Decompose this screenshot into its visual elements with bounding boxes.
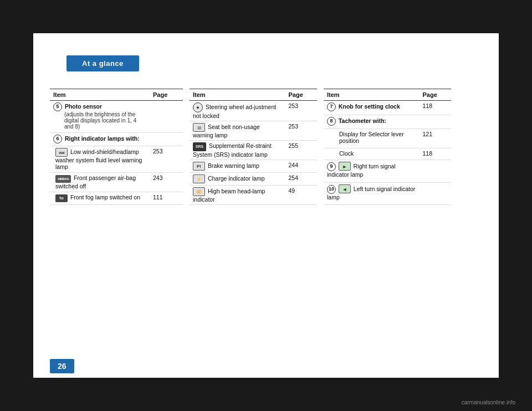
- item-number: 10: [327, 185, 336, 194]
- page-cell: 121: [420, 129, 452, 148]
- table-row: 5 Photo sensor (adjusts the brightness o…: [50, 101, 183, 133]
- page-cell: [420, 160, 452, 182]
- tables-container: Item Page 5 Photo sensor (adjusts the br…: [50, 89, 482, 205]
- item-label: Steering wheel ad-justment not locked: [193, 104, 276, 119]
- section-header: At a glance: [66, 55, 139, 71]
- item-cell: WW Low wind-shield/headlamp washer syste…: [50, 146, 150, 173]
- item-label: Knob for setting clock: [339, 103, 400, 110]
- table-row: 10 ◄ Left turn signal indicator lamp: [324, 182, 451, 204]
- item-label: Tachometer with:: [339, 117, 386, 124]
- page-cell: 253: [285, 101, 318, 121]
- item-cell: 10 ◄ Left turn signal indicator lamp: [324, 182, 420, 204]
- table1-col-page: Page: [150, 89, 183, 101]
- table-3: Item Page 7 Knob for setting clock 118 8…: [324, 89, 451, 205]
- page-cell: 243: [150, 173, 183, 192]
- table2-col-page: Page: [285, 89, 318, 101]
- page-cell: 244: [285, 160, 318, 173]
- highbeam-icon: 🔆: [193, 187, 205, 196]
- page-cell: [150, 132, 183, 146]
- page-cell: 253: [285, 121, 318, 141]
- item-cell: ⚌ Seat belt non-usage warning lamp: [190, 121, 285, 141]
- item-label: Clock: [339, 150, 354, 157]
- table-row: SRS Supplemental Re-straint System (SRS)…: [190, 141, 317, 160]
- table-1: Item Page 5 Photo sensor (adjusts the br…: [50, 89, 183, 205]
- item-cell: fo Front fog lamp switched on: [50, 192, 150, 205]
- item-cell: ⚡ Charge indicator lamp: [190, 173, 285, 186]
- table-row: AIRBAG Front passenger air-bag switched …: [50, 173, 183, 192]
- item-label: Right turn signal indicator lamp: [327, 163, 396, 178]
- item-cell: 8 Tachometer with:: [324, 115, 420, 129]
- item-cell: SRS Supplemental Re-straint System (SRS)…: [190, 141, 285, 160]
- steering-icon: ●: [193, 102, 203, 112]
- item-cell: AIRBAG Front passenger air-bag switched …: [50, 173, 150, 192]
- page-cell: 253: [150, 146, 183, 173]
- white-content-area: [33, 33, 499, 378]
- fog-icon: fo: [55, 194, 68, 202]
- table-row: Clock 118: [324, 148, 451, 160]
- page-cell: [420, 182, 452, 204]
- item-label: Photo sensor: [65, 103, 102, 110]
- item-cell: 7 Knob for setting clock: [324, 101, 420, 115]
- right-signal-icon: ►: [339, 162, 351, 171]
- table-row: 8 Tachometer with:: [324, 115, 451, 129]
- table-2: Item Page ● Steering wheel ad-justment n…: [190, 89, 317, 205]
- seatbelt-icon: ⚌: [193, 123, 205, 132]
- table-row: 6 Right indicator lamps with:: [50, 132, 183, 146]
- item-cell: 6 Right indicator lamps with:: [50, 132, 150, 146]
- item-label: Charge indicator lamp: [208, 175, 265, 182]
- srs-icon: SRS: [193, 142, 206, 151]
- item-number: 9: [327, 162, 336, 171]
- item-number: 8: [327, 117, 336, 126]
- item-label: Display for Selector lever position: [339, 131, 404, 144]
- watermark: carmanualsonline.info: [462, 399, 515, 405]
- item-cell: 5 Photo sensor (adjusts the brightness o…: [50, 101, 150, 133]
- page-number: 26: [50, 359, 74, 373]
- table-row: fo Front fog lamp switched on 111: [50, 192, 183, 205]
- table3-col-item: Item: [324, 89, 420, 101]
- item-cell: 9 ► Right turn signal indicator lamp: [324, 160, 420, 182]
- item-sub: (adjusts the brightness of the digital d…: [53, 111, 146, 130]
- table1-col-item: Item: [50, 89, 150, 101]
- table-row: 9 ► Right turn signal indicator lamp: [324, 160, 451, 182]
- table3-col-page: Page: [420, 89, 452, 101]
- item-label: Front fog lamp switched on: [70, 194, 140, 201]
- page-cell: 118: [420, 101, 452, 115]
- left-signal-icon: ◄: [339, 184, 351, 193]
- item-label: Brake warning lamp: [208, 162, 259, 169]
- charge-icon: ⚡: [193, 174, 205, 183]
- item-number: 5: [53, 102, 62, 111]
- item-cell: P! Brake warning lamp: [190, 160, 285, 173]
- item-number: 7: [327, 102, 336, 111]
- page-cell: 111: [150, 192, 183, 205]
- item-cell: 🔆 High beam head-lamp indicator: [190, 186, 285, 205]
- ww-icon: WW: [55, 148, 68, 157]
- table-row: Display for Selector lever position 121: [324, 129, 451, 148]
- table-row: ● Steering wheel ad-justment not locked …: [190, 101, 317, 121]
- page-cell: 118: [420, 148, 452, 160]
- table-row: 🔆 High beam head-lamp indicator 49: [190, 186, 317, 205]
- header-title: At a glance: [82, 59, 124, 68]
- page-cell: 49: [285, 186, 318, 205]
- page-cell: 254: [285, 173, 318, 186]
- table2-col-item: Item: [190, 89, 285, 101]
- page-cell: 255: [285, 141, 318, 160]
- brake-icon: P!: [193, 162, 205, 171]
- item-cell: ● Steering wheel ad-justment not locked: [190, 101, 285, 121]
- table-row: WW Low wind-shield/headlamp washer syste…: [50, 146, 183, 173]
- item-cell: Clock: [324, 148, 420, 160]
- item-label: Low wind-shield/headlamp washer system f…: [55, 148, 142, 170]
- item-number: 6: [53, 135, 62, 143]
- item-label: Right indicator lamps with:: [65, 135, 140, 142]
- table-row: 7 Knob for setting clock 118: [324, 101, 451, 115]
- page-cell: [420, 115, 452, 129]
- page-cell: [150, 101, 183, 133]
- airbag-icon: AIRBAG: [55, 175, 71, 183]
- table-row: ⚡ Charge indicator lamp 254: [190, 173, 317, 186]
- item-cell: Display for Selector lever position: [324, 129, 420, 148]
- table-row: P! Brake warning lamp 244: [190, 160, 317, 173]
- table-row: ⚌ Seat belt non-usage warning lamp 253: [190, 121, 317, 141]
